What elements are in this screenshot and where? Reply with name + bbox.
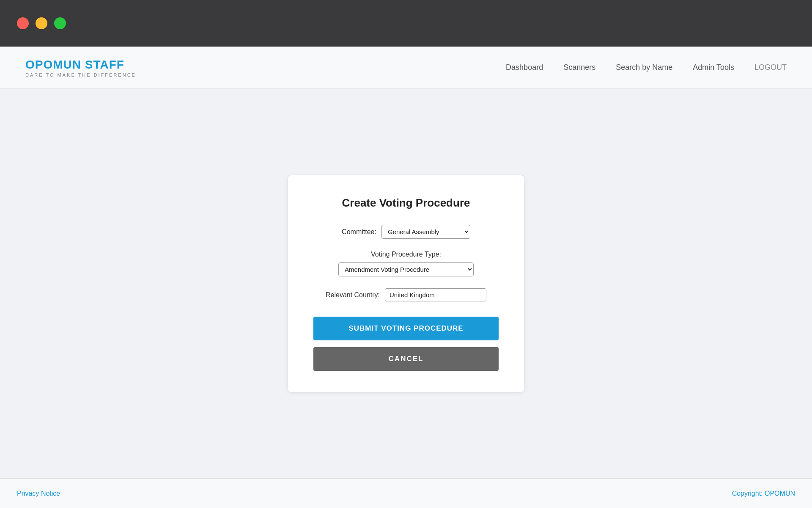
nav-search-by-name[interactable]: Search by Name: [616, 63, 672, 72]
nav-scanners[interactable]: Scanners: [563, 63, 595, 72]
traffic-light-green[interactable]: [54, 17, 66, 29]
footer: Privacy Notice Copyright: OPOMUN: [0, 478, 812, 508]
voting-type-row: Voting Procedure Type: Amendment Voting …: [313, 251, 499, 276]
logo-area: OPOMUN STAFF DARE TO MAKE THE DIFFERENCE: [25, 58, 136, 77]
traffic-lights: [17, 17, 66, 29]
cancel-button[interactable]: CANCEL: [313, 347, 499, 371]
form-title: Create Voting Procedure: [313, 196, 499, 210]
nav-logout[interactable]: LOGOUT: [754, 63, 787, 72]
header: OPOMUN STAFF DARE TO MAKE THE DIFFERENCE…: [0, 47, 812, 89]
main-content: Create Voting Procedure Committee: Gener…: [0, 89, 812, 478]
traffic-light-yellow[interactable]: [36, 17, 47, 29]
country-label: Relevant Country:: [326, 291, 380, 299]
country-input[interactable]: [385, 288, 486, 301]
copyright-text: Copyright: OPOMUN: [732, 490, 795, 497]
titlebar: [0, 0, 812, 47]
committee-row: Committee: General Assembly Security Cou…: [313, 225, 499, 239]
submit-button[interactable]: SUBMIT VOTING PROCEDURE: [313, 317, 499, 340]
copyright-label: Copyright:: [732, 490, 763, 497]
voting-type-select[interactable]: Amendment Voting Procedure Resolution Vo…: [338, 262, 474, 276]
country-row: Relevant Country:: [313, 288, 499, 301]
traffic-light-red[interactable]: [17, 17, 29, 29]
committee-label: Committee:: [342, 228, 376, 236]
create-voting-procedure-card: Create Voting Procedure Committee: Gener…: [288, 175, 524, 392]
voting-type-label: Voting Procedure Type:: [371, 251, 441, 258]
copyright-brand: OPOMUN: [765, 490, 795, 497]
privacy-notice-link[interactable]: Privacy Notice: [17, 490, 60, 497]
committee-select[interactable]: General Assembly Security Council Human …: [381, 225, 470, 239]
nav-admin-tools[interactable]: Admin Tools: [693, 63, 734, 72]
main-nav: Dashboard Scanners Search by Name Admin …: [506, 63, 787, 72]
logo-subtitle: DARE TO MAKE THE DIFFERENCE: [25, 72, 136, 77]
nav-dashboard[interactable]: Dashboard: [506, 63, 543, 72]
logo-title: OPOMUN STAFF: [25, 58, 136, 72]
